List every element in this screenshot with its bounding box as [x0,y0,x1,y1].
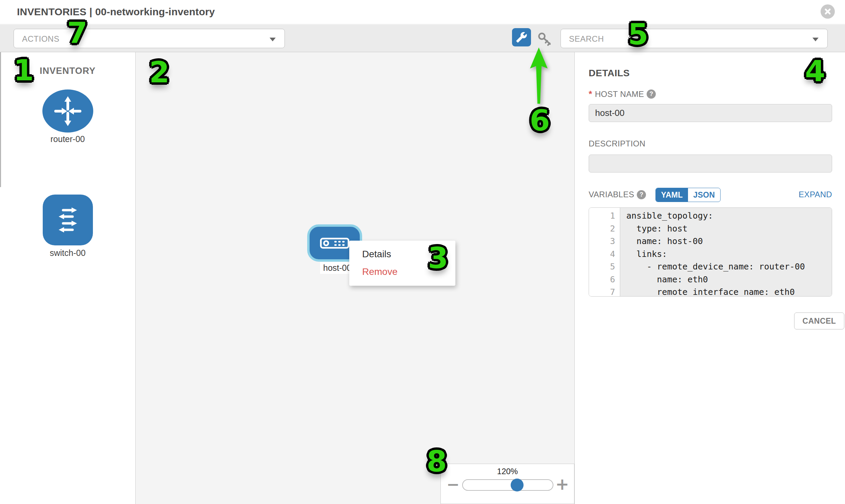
chevron-down-icon [269,38,276,41]
inventory-topology-window: INVENTORIES | 00-networking-inventory AC… [0,0,845,504]
line-number: 1 [589,210,615,222]
key-icon [537,32,554,48]
zoom-level-value: 120% [441,467,574,476]
inventory-sidebar: INVENTORY router-00 [0,52,136,504]
server-icon [320,238,350,249]
annotation-7: 7 [67,18,87,48]
help-icon[interactable]: ? [647,89,656,98]
palette-device-label: router-00 [0,134,135,144]
close-icon [824,8,831,15]
variables-code-editor[interactable]: 1 2 3 4 5 6 7 ansible_topology: type: ho… [589,208,832,296]
search-dropdown-label: SEARCH [569,34,604,44]
search-dropdown[interactable]: SEARCH [561,29,828,48]
annotation-2: 2 [149,58,170,87]
zoom-out-button[interactable]: − [445,475,460,492]
code-line: - remote_device_name: router-00 [626,260,832,273]
annotation-5: 5 [628,20,648,49]
zoom-in-button[interactable]: + [555,475,570,492]
format-toggle-json[interactable]: JSON [688,188,720,202]
required-marker: * [589,89,592,99]
router-icon [51,94,85,128]
host-name-label: HOST NAME [595,89,644,99]
format-toggle-yaml[interactable]: YAML [656,188,688,202]
code-line: remote_interface_name: eth0 [626,286,832,296]
palette-device-label: switch-00 [0,248,135,258]
line-number: 5 [589,260,615,273]
key-button[interactable] [537,32,554,48]
host-name-input[interactable] [589,104,832,122]
annotation-3: 3 [428,244,448,272]
palette-device-switch[interactable] [43,195,93,246]
line-number: 3 [589,235,615,248]
editor-gutter: 1 2 3 4 5 6 7 [589,208,620,296]
toolbar: ACTIONS SEARCH [0,25,845,52]
variables-row: VARIABLES ? YAML JSON EXPAND [589,190,832,199]
annotation-1: 1 [14,56,34,85]
line-number: 6 [589,273,615,286]
switch-icon [51,203,85,237]
wrench-icon [516,32,527,43]
annotation-8: 8 [426,447,447,476]
close-button[interactable] [821,4,835,19]
code-line: ansible_topology: [626,210,832,222]
host-name-label-row: * HOST NAME ? [589,89,656,99]
help-icon[interactable]: ? [637,190,646,199]
line-number: 2 [589,222,615,235]
zoom-control: 120% − + [440,464,575,504]
description-input[interactable] [589,155,832,173]
line-number: 4 [589,248,615,260]
tools-button[interactable] [512,28,531,47]
details-panel: DETAILS * HOST NAME ? DESCRIPTION VARIAB… [575,52,845,504]
code-line: name: eth0 [626,273,832,286]
code-line: links: [626,248,832,260]
annotation-4: 4 [805,56,825,85]
description-label: DESCRIPTION [589,139,645,148]
variables-label: VARIABLES [589,190,634,199]
editor-code[interactable]: ansible_topology: type: host name: host-… [620,208,832,296]
annotation-arrow-up-icon [529,47,549,105]
format-toggle: YAML JSON [655,188,721,202]
zoom-slider-handle[interactable] [511,479,524,491]
actions-dropdown[interactable]: ACTIONS [14,29,285,48]
line-number: 7 [589,286,615,296]
palette-device-router[interactable] [42,89,93,132]
page-title: INVENTORIES | 00-networking-inventory [17,6,215,18]
window-titlebar: INVENTORIES | 00-networking-inventory [0,0,845,24]
code-line: name: host-00 [626,235,832,248]
topology-canvas[interactable]: host-00 Details Remove 120% − + [136,52,575,504]
expand-link[interactable]: EXPAND [798,190,832,199]
annotation-6: 6 [530,106,550,135]
actions-dropdown-label: ACTIONS [22,34,59,44]
details-panel-title: DETAILS [589,68,630,79]
description-label-row: DESCRIPTION [589,139,645,148]
cancel-button[interactable]: CANCEL [794,312,844,329]
zoom-slider-track[interactable] [462,479,553,491]
chevron-down-icon [812,38,818,41]
code-line: type: host [626,222,832,235]
